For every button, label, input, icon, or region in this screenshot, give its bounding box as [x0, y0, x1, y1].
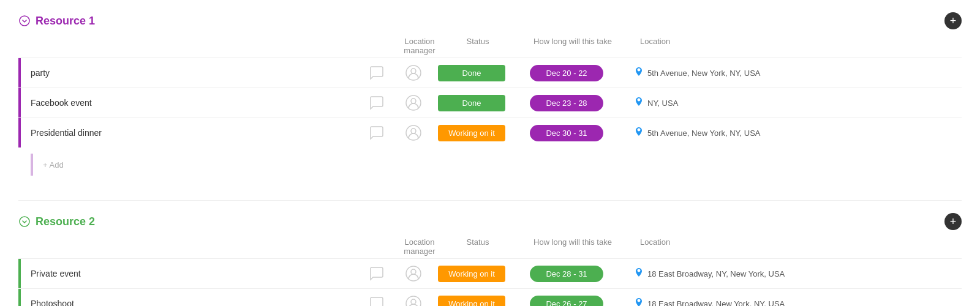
location-cell-1-3: 5th Avenue, New York, NY, USA — [622, 127, 962, 139]
status-badge-1-1[interactable]: Done — [438, 65, 505, 81]
chevron-icon-1[interactable] — [18, 15, 31, 27]
col-status-header-1: Status — [438, 37, 518, 55]
table-1: Location managerStatusHow long will this… — [18, 34, 962, 182]
comment-icon-cell-1-1[interactable] — [358, 64, 395, 81]
person-icon-1-3[interactable] — [405, 124, 422, 141]
comment-icon-cell-2-2[interactable] — [358, 295, 395, 306]
resource-header-2: Resource 2+ — [18, 213, 962, 230]
col-status-header-2: Status — [438, 237, 518, 256]
duration-badge-1-2[interactable]: Dec 23 - 28 — [530, 95, 603, 111]
status-badge-2-2[interactable]: Working on it — [438, 296, 505, 307]
comment-icon-cell-2-1[interactable] — [358, 265, 395, 282]
task-row-1-3: Presidential dinnerWorking on itDec 30 -… — [18, 118, 962, 147]
task-name-cell-1-2: Facebook event — [18, 88, 358, 118]
person-icon-2-2[interactable] — [405, 295, 422, 306]
svg-point-11 — [411, 299, 416, 304]
location-text-1-1: 5th Avenue, New York, NY, USA — [647, 69, 761, 78]
col-location-header-1: Location — [628, 37, 962, 55]
person-icon-cell-1-1[interactable] — [395, 64, 432, 81]
add-row-1[interactable]: + Add — [18, 147, 962, 182]
person-icon-cell-1-2[interactable] — [395, 94, 432, 111]
resource-title-1: Resource 1 — [36, 15, 95, 28]
comment-icon-2-1[interactable] — [368, 265, 385, 282]
status-cell-2-2[interactable]: Working on it — [432, 296, 511, 307]
resource-section-2: Resource 2+Location managerStatusHow lon… — [18, 213, 962, 306]
task-name-text-1-2: Facebook event — [21, 98, 92, 108]
add-resource-button-2[interactable]: + — [944, 213, 962, 230]
duration-cell-1-2[interactable]: Dec 23 - 28 — [511, 95, 622, 111]
resource-title-2: Resource 2 — [36, 215, 95, 228]
col-manager-header-2: Location manager — [401, 237, 438, 256]
person-icon-cell-1-3[interactable] — [395, 124, 432, 141]
task-name-text-2-2: Photoshoot — [21, 299, 74, 306]
task-name-cell-2-2: Photoshoot — [18, 289, 358, 306]
comment-icon-cell-1-3[interactable] — [358, 124, 395, 141]
svg-point-4 — [411, 99, 416, 103]
col-duration-header-1: How long will this take — [518, 37, 628, 55]
location-pin-icon-1-3 — [634, 127, 644, 139]
duration-cell-2-2[interactable]: Dec 26 - 27 — [511, 296, 622, 307]
location-pin-icon-2-1 — [634, 267, 644, 280]
task-name-cell-2-1: Private event — [18, 259, 358, 288]
svg-point-0 — [20, 16, 29, 26]
col-location-header-2: Location — [628, 237, 962, 256]
person-icon-1-1[interactable] — [405, 64, 422, 81]
duration-badge-2-2[interactable]: Dec 26 - 27 — [530, 296, 603, 307]
task-name-cell-1-3: Presidential dinner — [18, 118, 358, 147]
col-empty-2 — [31, 237, 364, 256]
resource-header-left-1: Resource 1 — [18, 15, 95, 28]
person-icon-cell-2-1[interactable] — [395, 265, 432, 282]
duration-badge-2-1[interactable]: Dec 28 - 31 — [530, 266, 603, 282]
add-row-label-1[interactable]: + Add — [43, 160, 64, 170]
person-icon-1-2[interactable] — [405, 94, 422, 111]
add-resource-button-1[interactable]: + — [944, 12, 962, 29]
location-cell-2-2: 18 East Broadway, New York, NY, USA — [622, 297, 962, 306]
resource-header-left-2: Resource 2 — [18, 215, 95, 228]
person-icon-cell-2-2[interactable] — [395, 295, 432, 306]
comment-icon-1-3[interactable] — [368, 124, 385, 141]
comment-icon-2-2[interactable] — [368, 295, 385, 306]
status-cell-1-1[interactable]: Done — [432, 65, 511, 81]
svg-point-9 — [411, 269, 416, 274]
chevron-icon-2[interactable] — [18, 215, 31, 228]
location-pin-icon-2-2 — [634, 297, 644, 306]
location-text-2-1: 18 East Broadway, NY, New York, USA — [647, 269, 785, 278]
task-name-text-1-1: party — [21, 68, 50, 78]
duration-cell-1-3[interactable]: Dec 30 - 31 — [511, 125, 622, 141]
duration-badge-1-3[interactable]: Dec 30 - 31 — [530, 125, 603, 141]
comment-icon-1-2[interactable] — [368, 94, 385, 111]
task-name-text-1-3: Presidential dinner — [21, 128, 102, 138]
svg-point-7 — [20, 217, 29, 226]
resource-section-1: Resource 1+Location managerStatusHow lon… — [18, 12, 962, 182]
task-name-cell-1-1: party — [18, 58, 358, 88]
duration-cell-2-1[interactable]: Dec 28 - 31 — [511, 266, 622, 282]
table-header-row-2: Location managerStatusHow long will this… — [18, 235, 962, 258]
task-name-text-2-1: Private event — [21, 269, 81, 278]
col-comment-header-2 — [364, 237, 401, 256]
col-duration-header-2: How long will this take — [518, 237, 628, 256]
svg-point-2 — [411, 69, 416, 73]
status-cell-1-2[interactable]: Done — [432, 95, 511, 111]
status-badge-1-3[interactable]: Working on it — [438, 125, 505, 141]
comment-icon-1-1[interactable] — [368, 64, 385, 81]
add-row-bar-1 — [31, 154, 33, 176]
table-header-row-1: Location managerStatusHow long will this… — [18, 34, 962, 58]
status-badge-2-1[interactable]: Working on it — [438, 266, 505, 282]
location-cell-1-2: NY, USA — [622, 97, 962, 109]
person-icon-2-1[interactable] — [405, 265, 422, 282]
status-cell-1-3[interactable]: Working on it — [432, 125, 511, 141]
col-comment-header-1 — [364, 37, 401, 55]
status-cell-2-1[interactable]: Working on it — [432, 266, 511, 282]
table-2: Location managerStatusHow long will this… — [18, 235, 962, 306]
location-text-1-3: 5th Avenue, New York, NY, USA — [647, 129, 761, 138]
resource-header-1: Resource 1+ — [18, 12, 962, 29]
duration-badge-1-1[interactable]: Dec 20 - 22 — [530, 65, 603, 81]
col-manager-header-1: Location manager — [401, 37, 438, 55]
location-text-2-2: 18 East Broadway, New York, NY, USA — [647, 299, 785, 307]
col-empty-1 — [31, 37, 364, 55]
comment-icon-cell-1-2[interactable] — [358, 94, 395, 111]
status-badge-1-2[interactable]: Done — [438, 95, 505, 111]
task-row-1-2: Facebook eventDoneDec 23 - 28NY, USA — [18, 88, 962, 118]
duration-cell-1-1[interactable]: Dec 20 - 22 — [511, 65, 622, 81]
svg-point-6 — [411, 129, 416, 133]
